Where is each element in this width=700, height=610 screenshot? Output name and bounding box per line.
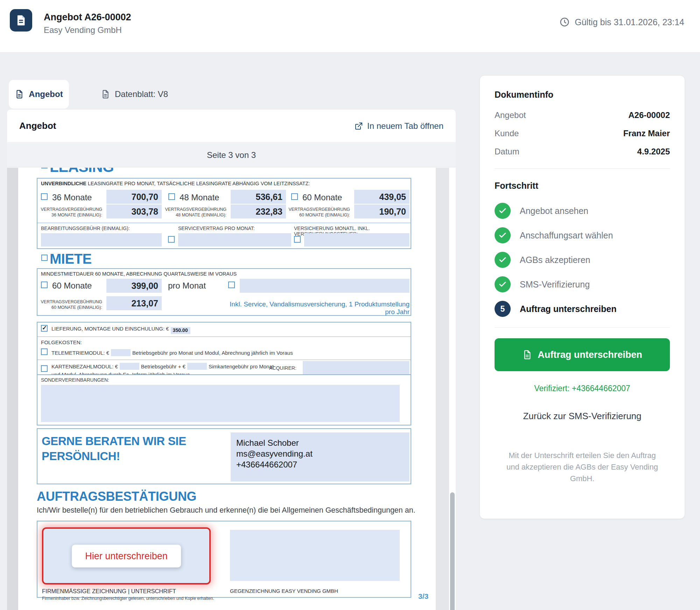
verified-phone-text: Verifiziert: +436644662007 [495, 384, 670, 393]
info-row-angebot: Angebot A26-00002 [495, 110, 670, 120]
fee-36-field[interactable]: 303,78 [106, 205, 162, 219]
acquirer-field[interactable] [303, 361, 410, 375]
countersignature-label: GEGENZEICHNUNG EASY VENDING GMBH [230, 588, 338, 594]
servicevertrag-label: SERVICEVERTRAG PRO MONAT: [178, 226, 255, 231]
divider [37, 223, 411, 223]
contact-box: GERNE BERATEN WIR SIEPERSÖNLICH! Michael… [37, 428, 411, 484]
miete-includes-note: Inkl. Service, Vandalismusversicherung, … [228, 300, 410, 316]
signature-box: Hier unterschreiben FIRMENMÄSSIGE ZEICHN… [37, 521, 411, 598]
miete-heading: MIETE [41, 251, 92, 267]
info-value: Franz Maier [623, 129, 670, 138]
miete-checkbox[interactable] [41, 255, 48, 261]
leasing-60-label: 60 Monate [302, 193, 342, 202]
versicherung-checkbox[interactable] [294, 236, 301, 243]
progress-step-4: SMS-Verifizierung [495, 276, 670, 292]
confirmation-heading: AUFTRAGSBESTÄTIGUNG [37, 489, 196, 504]
leasing-60-rate-field[interactable]: 439,05 [354, 190, 410, 204]
page-indicator: Seite 3 von 3 [207, 150, 256, 160]
contact-heading: GERNE BERATEN WIR SIEPERSÖNLICH! [42, 434, 186, 464]
step-label: Angebot ansehen [520, 206, 588, 216]
info-label: Angebot [495, 110, 526, 120]
leasing-60-checkbox[interactable] [291, 193, 298, 200]
fee-60-field[interactable]: 190,70 [354, 205, 410, 219]
miete-rate-field[interactable]: 399,00 [106, 279, 162, 293]
servicevertrag-field[interactable] [178, 233, 291, 247]
step-label: SMS-Verifizierung [520, 279, 590, 290]
sign-here-prompt[interactable]: Hier unterschreiben [72, 545, 181, 567]
contact-info-text: Michael Schober ms@easyvending.at +43664… [231, 432, 410, 470]
confirmation-subtext: Ich/Wir bestelle(n) für den betriebliche… [37, 506, 415, 515]
countersignature-field [230, 530, 400, 581]
sonder-field[interactable] [41, 385, 400, 422]
back-to-sms-link[interactable]: Zurück zur SMS-Verifizierung [495, 411, 670, 422]
leasing-48-label: 48 Monate [180, 193, 219, 202]
telemetry-value-chip[interactable] [111, 349, 131, 356]
miete-fee-field[interactable]: 213,07 [106, 296, 162, 310]
file-icon [15, 90, 24, 99]
signature-field[interactable]: Hier unterschreiben [42, 527, 211, 584]
telemetry-checkbox[interactable] [41, 348, 48, 355]
signature-disclaimer: Mit der Unterschrift erteilen Sie den Au… [495, 450, 670, 484]
miete-alt-checkbox[interactable] [228, 282, 235, 288]
sign-order-button-label: Auftrag unterschreiben [538, 349, 642, 360]
pdf-page-number: 3/3 [418, 592, 428, 601]
card-fee-chip[interactable] [120, 363, 139, 370]
company-name: Easy Vending GmbH [44, 25, 122, 35]
validity-info: Gültig bis 31.01.2026, 23:14 [559, 17, 684, 27]
document-icon [522, 350, 532, 360]
leasing-36-checkbox[interactable] [41, 193, 48, 200]
per-month-label: pro Monat [168, 281, 206, 291]
pdf-scrollbar[interactable] [450, 492, 455, 610]
validity-text: Gültig bis 31.01.2026, 23:14 [575, 17, 684, 27]
fee-48-label: VERTRAGSVERGEBÜHRUNG48 MONATE (EINMALIG)… [162, 207, 226, 218]
sim-fee-chip[interactable] [187, 363, 207, 370]
open-link-label: In neuem Tab öffnen [367, 121, 443, 131]
tab-datenblatt[interactable]: Datenblatt: V8 [101, 80, 168, 109]
delivery-value-chip[interactable]: 350.00 [171, 327, 190, 334]
tab-label: Datenblatt: V8 [115, 89, 168, 99]
sonder-label: SONDERVEREINBARUNGEN: [41, 377, 109, 383]
miete-note: MINDESTMIETDAUER 60 MONATE, ABRECHNUNG Q… [41, 271, 237, 277]
leasing-note: UNVERBINDLICHE LEASINGRATE PRO MONAT, TA… [41, 181, 310, 186]
miete-fee-label: VERTRAGSVERGEBÜHRUNG60 MONATE (EINMALIG)… [37, 299, 102, 311]
check-circle-icon [495, 203, 511, 219]
leasing-36-label: 36 Monate [52, 193, 92, 202]
contact-info-field[interactable]: Michael Schober ms@easyvending.at +43664… [231, 432, 410, 481]
miete-box: MINDESTMIETDAUER 60 MONATE, ABRECHNUNG Q… [37, 268, 411, 316]
external-link-icon [355, 122, 363, 130]
acquirer-label: ACQUIRER: [269, 365, 296, 371]
step-label: Auftrag unterschreiben [520, 304, 616, 314]
pdf-scroll-area[interactable]: LEASING UNVERBINDLICHE LEASINGRATE PRO M… [7, 168, 456, 610]
miete-60-checkbox[interactable] [41, 282, 48, 288]
delivery-checkbox-checked[interactable] [41, 325, 48, 332]
info-value: 4.9.2025 [637, 147, 670, 157]
leasing-heading: LEASING [41, 168, 114, 175]
bearbeitung-field[interactable] [41, 233, 162, 247]
leasing-36-rate-field[interactable]: 700,70 [106, 190, 162, 204]
info-value: A26-00002 [628, 110, 670, 120]
check-circle-icon [495, 227, 511, 243]
fee-48-field[interactable]: 232,83 [231, 205, 286, 219]
delivery-label: LIEFERUNG, MONTAGE UND EINSCHULUNG: €350… [51, 326, 192, 334]
info-row-datum: Datum 4.9.2025 [495, 147, 670, 157]
file-icon [101, 90, 110, 99]
tab-angebot[interactable]: Angebot [9, 80, 69, 109]
leasing-checkbox[interactable] [41, 168, 48, 168]
leasing-48-rate-field[interactable]: 536,61 [231, 190, 286, 204]
leasing-48-checkbox[interactable] [168, 193, 175, 200]
miete-alt-field[interactable] [240, 279, 410, 293]
card-module-checkbox[interactable] [41, 365, 48, 372]
open-in-new-tab-link[interactable]: In neuem Tab öffnen [355, 121, 443, 131]
signature-label: FIRMENMÄSSIGE ZEICHNUNG | UNTERSCHRIFT [42, 588, 176, 595]
check-circle-icon [495, 276, 511, 292]
info-label: Kunde [495, 129, 519, 138]
versicherung-field[interactable] [304, 233, 410, 247]
servicevertrag-checkbox[interactable] [168, 236, 175, 243]
step-number-badge: 5 [495, 301, 511, 317]
sonder-box: SONDERVEREINBARUNGEN: [37, 374, 411, 425]
document-badge-icon [10, 9, 32, 32]
fee-36-label: VERTRAGSVERGEBÜHRUNG36 MONATE (EINMALIG)… [37, 207, 102, 218]
sign-order-button[interactable]: Auftrag unterschreiben [495, 338, 670, 371]
progress-step-3: AGBs akzeptieren [495, 252, 670, 268]
bearbeitung-label: BEARBEITUNGSGEBÜHR (EINMALIG): [41, 226, 130, 231]
